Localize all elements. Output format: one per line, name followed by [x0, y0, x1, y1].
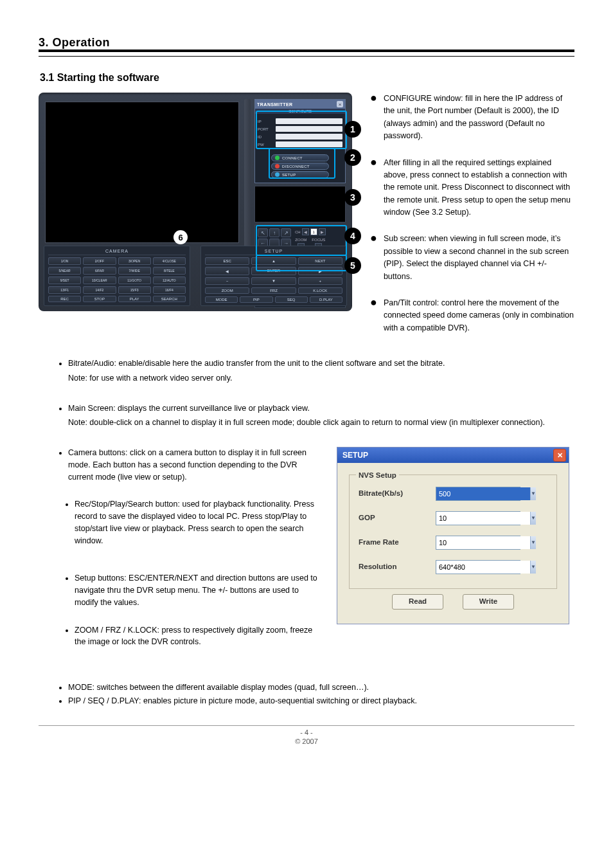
stop-button[interactable]: STOP	[83, 296, 116, 302]
cam-key[interactable]: 16/F4	[153, 286, 186, 294]
frz-button[interactable]: FRZ	[251, 287, 296, 294]
note-text: After filling in all the required settin…	[384, 157, 574, 219]
chevron-down-icon[interactable]: ▼	[530, 512, 536, 525]
bullet-icon: ●	[370, 296, 377, 334]
read-button[interactable]: Read	[392, 594, 443, 610]
cam-key[interactable]: 1/ON	[48, 257, 81, 265]
write-button[interactable]: Write	[463, 594, 514, 610]
cam-key[interactable]: 5/NEAR	[48, 267, 81, 275]
transmitter-title: TRANSMITTER	[257, 102, 293, 107]
bullet-icon: ●	[370, 232, 377, 282]
copyright: © 2007	[39, 737, 574, 745]
note-text: Pan/Tilt control: control here the movem…	[384, 297, 574, 334]
main-screen	[45, 102, 239, 243]
chevron-down-icon[interactable]: ▼	[530, 487, 536, 500]
frame-rate-combo[interactable]: ▼	[436, 536, 520, 550]
down-button[interactable]: ▼	[251, 277, 296, 285]
cam-key[interactable]: 11/GOTO	[118, 276, 151, 284]
gop-input[interactable]	[436, 512, 530, 525]
cam-key[interactable]: 14/F2	[83, 286, 116, 294]
cam-key[interactable]: 6/FAR	[83, 267, 116, 275]
cam-key[interactable]: 3/OPEN	[118, 257, 151, 265]
callout-box-4	[256, 225, 347, 256]
cam-key[interactable]: 7/WIDE	[118, 267, 151, 275]
callout-badge-2: 2	[344, 149, 361, 166]
resolution-input[interactable]	[436, 561, 530, 574]
cam-key[interactable]: 2/OFF	[83, 257, 116, 265]
camera-panel: CAMERA 1/ON 2/OFF 3/OPEN 4/CLOSE 5/NEAR …	[44, 246, 190, 306]
setup-dialog: SETUP ✕ NVS Setup Bitrate(Kb/s) ▼	[337, 447, 569, 624]
cam-key[interactable]: 12/AUTO	[153, 276, 186, 284]
minus-button[interactable]: −	[205, 277, 249, 285]
callout-badge-5: 5	[344, 257, 361, 274]
callout-badge-1: 1	[344, 121, 361, 138]
klock-button[interactable]: K.LOCK	[298, 287, 342, 294]
rec-button[interactable]: REC	[48, 296, 81, 302]
bullet-icon: ●	[370, 92, 377, 142]
list-item-line: Setup buttons: ESC/ENTER/NEXT and direct…	[75, 574, 317, 607]
callout-box-2	[269, 148, 335, 179]
body-list: Bitrate/Audio: enable/disable here the a…	[68, 357, 574, 707]
header-rule-thin	[39, 56, 574, 57]
groupbox-legend: NVS Setup	[356, 470, 399, 481]
resolution-label: Resolution	[359, 561, 436, 572]
list-item-line: Bitrate/Audio: enable/disable here the a…	[68, 359, 445, 368]
section-title: 3.1 Starting the software	[40, 72, 574, 84]
callout-badge-4: 4	[344, 228, 361, 244]
cam-key[interactable]: 15/F3	[118, 286, 151, 294]
callout-box-5	[256, 255, 347, 271]
chevron-down-icon[interactable]: ▼	[530, 536, 536, 549]
bitrate-combo[interactable]: ▼	[436, 487, 520, 501]
footer: - 4 - © 2007	[39, 725, 574, 745]
dplay-button[interactable]: D.PLAY	[310, 296, 342, 303]
camera-title: CAMERA	[48, 249, 186, 255]
sub-screen	[254, 186, 346, 222]
list-item-line: Note: for use with a network video serve…	[68, 372, 569, 384]
list-item-line: Main Screen: displays the current survei…	[68, 404, 310, 413]
page-number: - 4 -	[39, 728, 574, 736]
list-item-line: Camera buttons: click on a camera button…	[68, 448, 306, 482]
zoom-button[interactable]: ZOOM	[205, 287, 249, 294]
gop-label: GOP	[359, 512, 436, 523]
cam-key[interactable]: 13/F1	[48, 286, 81, 294]
frame-rate-label: Frame Rate	[359, 537, 436, 548]
seq-button[interactable]: SEQ	[275, 296, 308, 303]
callout-box-1	[256, 111, 347, 149]
list-item-line: PIP / SEQ / D.PLAY: enables picture in p…	[68, 696, 417, 705]
left-button[interactable]: ◀	[205, 267, 249, 275]
gop-combo[interactable]: ▼	[436, 511, 520, 525]
bitrate-input[interactable]	[436, 487, 530, 500]
chevron-down-icon[interactable]: ▼	[530, 561, 536, 574]
close-icon[interactable]: ✕	[553, 449, 566, 462]
list-item-line: MODE: switches between the different ava…	[68, 683, 369, 692]
header-rule-thick	[39, 50, 574, 52]
note-text: CONFIGURE window: fill in here the IP ad…	[384, 93, 574, 143]
play-button[interactable]: PLAY	[118, 296, 151, 302]
bitrate-label: Bitrate(Kb/s)	[359, 488, 436, 499]
resolution-combo[interactable]: ▼	[436, 560, 520, 574]
cam-key[interactable]: 9/SET	[48, 276, 81, 284]
frame-rate-input[interactable]	[436, 536, 530, 549]
mode-button[interactable]: MODE	[205, 296, 238, 303]
esc-button[interactable]: ESC	[205, 257, 249, 265]
close-icon[interactable]: ×	[337, 101, 343, 107]
list-item-line: ZOOM / FRZ / K.LOCK: press to respective…	[75, 626, 312, 647]
callout-badge-6: 6	[173, 230, 188, 244]
plus-button[interactable]: +	[298, 277, 342, 285]
note-text: Sub screen: when viewing in full screen …	[384, 233, 574, 283]
search-button[interactable]: SEARCH	[153, 296, 186, 302]
list-item-line: Note: double-click on a channel to displ…	[68, 417, 569, 429]
dialog-title: SETUP	[342, 449, 368, 461]
callout-badge-3: 3	[344, 189, 361, 206]
cam-key[interactable]: 10/CLEAR	[83, 276, 116, 284]
pip-button[interactable]: PIP	[240, 296, 272, 303]
bullet-icon: ●	[370, 156, 377, 219]
dvr-screenshot: 6 TRANSMITTER × CONFIGURE IP PORT	[39, 93, 352, 311]
list-item-line: Rec/Stop/Play/Search button: used for pl…	[75, 500, 314, 545]
cam-key[interactable]: 8/TELE	[153, 267, 186, 275]
breadcrumb: 3. Operation	[39, 36, 574, 50]
cam-key[interactable]: 4/CLOSE	[153, 257, 186, 265]
